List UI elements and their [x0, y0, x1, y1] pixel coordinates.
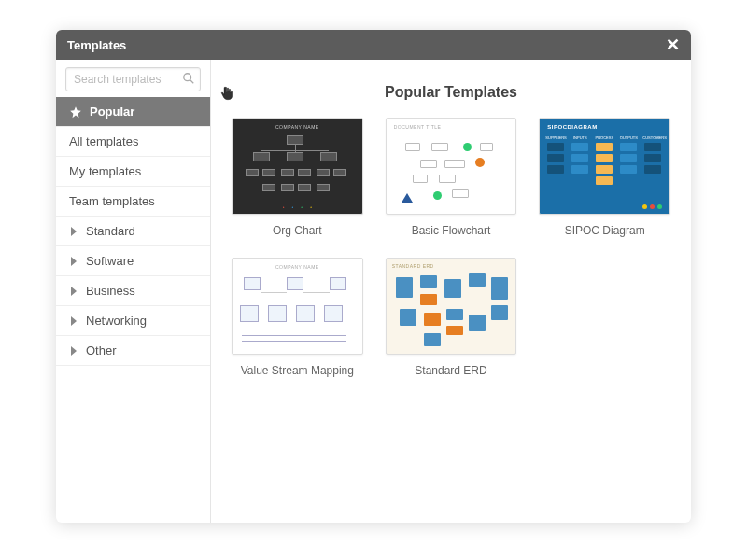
- chevron-right-icon: [69, 316, 78, 326]
- svg-line-1: [190, 80, 194, 84]
- sidebar-item-networking[interactable]: Networking: [56, 306, 210, 336]
- modal-header: Templates ✕: [56, 30, 691, 60]
- template-thumb: SIPOCDIAGRAM SUPPLIERS INPUTS PROCESS OU…: [539, 118, 670, 215]
- template-card-sipoc-diagram[interactable]: SIPOCDIAGRAM SUPPLIERS INPUTS PROCESS OU…: [539, 118, 670, 237]
- sidebar-item-other[interactable]: Other: [56, 336, 210, 366]
- template-thumb: COMPANY NAME ●●●●: [232, 118, 363, 215]
- search-wrap: [56, 60, 210, 97]
- sidebar-item-label: Popular: [90, 105, 134, 119]
- thumb-title: DOCUMENT TITLE: [394, 124, 442, 130]
- chevron-right-icon: [69, 287, 78, 296]
- svg-point-0: [184, 74, 191, 81]
- sidebar-item-standard[interactable]: Standard: [56, 217, 210, 246]
- templates-modal: Templates ✕ Popular All templates My: [56, 30, 691, 523]
- search-icon: [182, 72, 195, 85]
- template-card-value-stream-mapping[interactable]: COMPANY NAME Value Stream Mapping: [232, 258, 363, 377]
- chevron-right-icon: [69, 257, 78, 266]
- sidebar: Popular All templates My templates Team …: [56, 60, 211, 523]
- chevron-right-icon: [69, 346, 78, 356]
- sidebar-item-all-templates[interactable]: All templates: [56, 127, 210, 157]
- template-label: Standard ERD: [386, 364, 517, 377]
- page-title: Popular Templates: [232, 84, 670, 101]
- template-thumb: DOCUMENT TITLE: [386, 118, 517, 215]
- template-label: SIPOC Diagram: [539, 224, 670, 237]
- modal-title: Templates: [67, 38, 126, 52]
- cursor-hand-icon: [220, 86, 235, 101]
- sidebar-item-label: Software: [86, 254, 134, 268]
- star-icon: [69, 105, 82, 119]
- thumb-title: COMPANY NAME: [233, 124, 362, 130]
- template-card-standard-erd[interactable]: STANDARD ERD: [386, 258, 517, 377]
- chevron-right-icon: [69, 227, 78, 236]
- sidebar-item-business[interactable]: Business: [56, 276, 210, 306]
- main-panel: Popular Templates COMPANY NAME: [211, 60, 691, 523]
- sidebar-item-label: Standard: [86, 224, 135, 238]
- sidebar-item-label: Team templates: [69, 194, 155, 208]
- template-label: Org Chart: [232, 224, 363, 237]
- template-grid: COMPANY NAME ●●●● Org Chart: [232, 118, 670, 377]
- search-input[interactable]: [65, 67, 201, 91]
- sidebar-item-software[interactable]: Software: [56, 246, 210, 276]
- sidebar-item-label: All templates: [69, 134, 138, 148]
- thumb-title: COMPANY NAME: [233, 264, 362, 270]
- close-icon[interactable]: ✕: [666, 36, 680, 53]
- modal-body: Popular All templates My templates Team …: [56, 60, 691, 523]
- search-box: [65, 67, 201, 91]
- sidebar-item-popular[interactable]: Popular: [56, 97, 210, 127]
- sidebar-item-team-templates[interactable]: Team templates: [56, 187, 210, 217]
- template-thumb: STANDARD ERD: [386, 258, 517, 355]
- sidebar-item-label: My templates: [69, 164, 141, 178]
- template-card-basic-flowchart[interactable]: DOCUMENT TITLE Basic Fl: [386, 118, 517, 237]
- sidebar-item-label: Business: [86, 284, 135, 298]
- template-label: Basic Flowchart: [386, 224, 517, 237]
- sidebar-item-label: Other: [86, 343, 117, 357]
- thumb-title: SIPOCDIAGRAM: [547, 124, 597, 130]
- template-card-org-chart[interactable]: COMPANY NAME ●●●● Org Chart: [232, 118, 363, 237]
- template-label: Value Stream Mapping: [232, 364, 363, 377]
- sidebar-nav: Popular All templates My templates Team …: [56, 97, 210, 523]
- sidebar-item-label: Networking: [86, 314, 147, 328]
- sidebar-item-my-templates[interactable]: My templates: [56, 157, 210, 187]
- thumb-title: STANDARD ERD: [392, 263, 434, 269]
- template-thumb: COMPANY NAME: [232, 258, 363, 355]
